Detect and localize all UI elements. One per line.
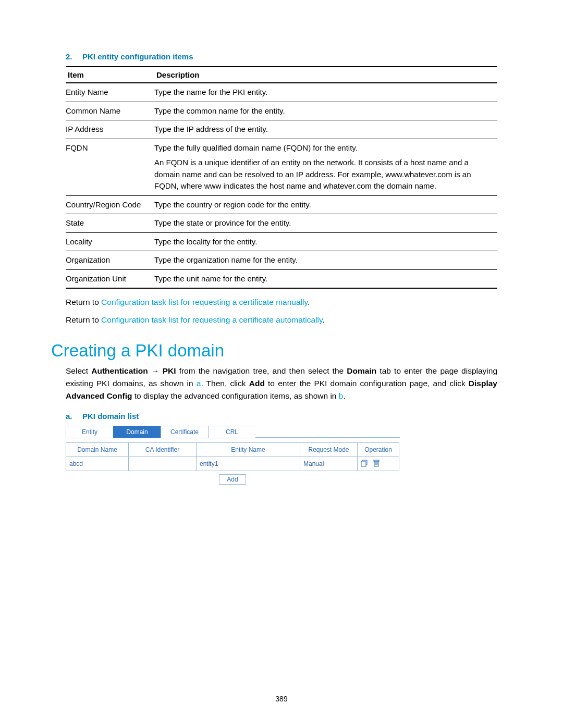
cell-item: IP Address [66, 120, 154, 139]
pki-domain-list-figure: Entity Domain Certificate CRL Domain Nam… [66, 426, 399, 485]
fqdn-line1: Type the fully qualified domain name (FQ… [154, 142, 495, 154]
bold-add: Add [249, 379, 265, 388]
link-manual-config[interactable]: Configuration task list for requesting a… [101, 298, 308, 306]
figure-caption-num: a. [66, 412, 82, 421]
cell-ca-identifier [129, 457, 197, 471]
cell-desc: Type the fully qualified domain name (FQ… [154, 139, 497, 195]
edit-icon[interactable] [361, 460, 368, 468]
delete-icon[interactable] [373, 460, 380, 468]
tab-crl[interactable]: CRL [208, 426, 256, 438]
cell-desc: Type the IP address of the entity. [154, 120, 497, 139]
cell-desc: Type the unit name for the entity. [154, 269, 497, 288]
caption-number: 2. [66, 52, 82, 61]
arrow-icon: → [148, 366, 163, 375]
cell-desc: Type the organization name for the entit… [154, 251, 497, 270]
tab-domain[interactable]: Domain [113, 426, 161, 438]
para-text: . [343, 391, 345, 400]
return-suffix: . [323, 315, 325, 324]
section-heading: Creating a PKI domain [51, 341, 497, 361]
return-suffix: . [308, 298, 310, 306]
grid-header-ca-identifier: CA Identifier [129, 443, 197, 457]
cell-desc: Type the state or province for the entit… [154, 214, 497, 233]
cell-operation [358, 457, 399, 471]
grid-header-domain-name: Domain Name [66, 443, 129, 457]
para-text: . Then, click [201, 379, 249, 388]
caption-text: PKI entity configuration items [82, 52, 193, 61]
return-line-auto: Return to Configuration task list for re… [66, 314, 497, 326]
bold-domain: Domain [347, 366, 376, 375]
section-paragraph: Select Authentication → PKI from the nav… [66, 365, 497, 402]
para-text: to enter the PKI domain configuration pa… [265, 379, 469, 388]
cell-domain-name: abcd [66, 457, 129, 471]
bold-authentication: Authentication [91, 366, 148, 375]
figure-caption: a.PKI domain list [66, 412, 497, 421]
tab-bar: Entity Domain Certificate CRL [66, 426, 399, 438]
domain-grid: Domain Name CA Identifier Entity Name Re… [66, 442, 399, 471]
cell-item: FQDN [66, 139, 154, 195]
para-text: Select [66, 366, 91, 375]
para-text: to display the advanced configuration it… [132, 391, 338, 400]
cell-item: Country/Region Code [66, 195, 154, 214]
col-header-desc: Description [154, 67, 497, 83]
add-button[interactable]: Add [219, 474, 246, 485]
link-auto-config[interactable]: Configuration task list for requesting a… [101, 315, 322, 324]
svg-rect-5 [374, 460, 379, 461]
table-caption: 2.PKI entity configuration items [66, 52, 497, 61]
return-prefix: Return to [66, 298, 101, 306]
figure-caption-text: PKI domain list [82, 412, 139, 421]
cell-desc: Type the locality for the entity. [154, 232, 497, 251]
para-text: from the navigation tree, and then selec… [176, 366, 347, 375]
tab-entity[interactable]: Entity [66, 426, 114, 438]
cell-item: Locality [66, 232, 154, 251]
cell-entity-name: entity1 [197, 457, 300, 471]
table-row: abcd entity1 Manual [66, 457, 399, 471]
cell-item: Organization Unit [66, 269, 154, 288]
svg-rect-0 [361, 461, 366, 466]
return-line-manual: Return to Configuration task list for re… [66, 296, 497, 309]
bold-pki: PKI [163, 366, 176, 375]
cell-desc: Type the country or region code for the … [154, 195, 497, 214]
tab-certificate[interactable]: Certificate [161, 426, 209, 438]
cell-desc: Type the common name for the entity. [154, 102, 497, 120]
cell-desc: Type the name for the PKI entity. [154, 83, 497, 102]
col-header-item: Item [66, 67, 154, 83]
fqdn-line2: An FQDN is a unique identifier of an ent… [154, 157, 495, 192]
cell-item: Entity Name [66, 83, 154, 102]
grid-header-entity-name: Entity Name [197, 443, 300, 457]
cell-request-mode: Manual [300, 457, 358, 471]
cell-item: Organization [66, 251, 154, 270]
cell-item: Common Name [66, 102, 154, 120]
tab-spacer [255, 426, 400, 438]
config-items-table: Item Description Entity Name Type the na… [66, 66, 497, 289]
cell-item: State [66, 214, 154, 233]
grid-header-request-mode: Request Mode [300, 443, 358, 457]
grid-header-operation: Operation [358, 443, 399, 457]
page-number: 389 [0, 695, 563, 703]
return-prefix: Return to [66, 315, 101, 324]
